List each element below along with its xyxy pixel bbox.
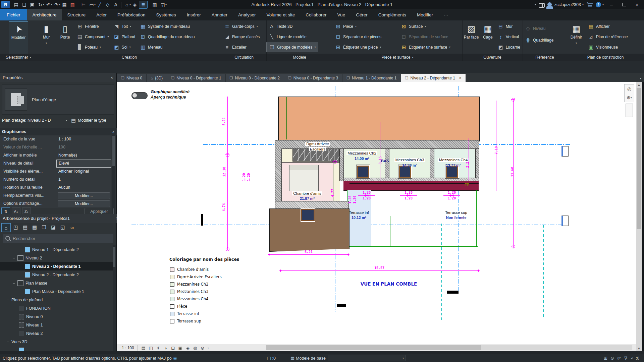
poteau-button[interactable]: ▊Poteau▾: [74, 42, 111, 52]
design-options-icon[interactable]: ▦: [289, 356, 296, 361]
legend-item[interactable]: Mezzanines Ch2: [170, 281, 222, 288]
tree-item[interactable]: FONDATION: [0, 304, 116, 312]
tree-item[interactable]: −Plan Masse: [0, 279, 116, 287]
dimension-text[interactable]: 6.21: [292, 250, 325, 254]
restore-button[interactable]: [619, 1, 629, 8]
viewbar-caret-icon[interactable]: ▾: [208, 347, 209, 350]
escalier-button[interactable]: ≡Escalier: [222, 42, 262, 52]
elevation-marker[interactable]: [561, 216, 569, 226]
property-row[interactable]: Afficher le modèleNormal(e): [0, 152, 111, 160]
save-icon[interactable]: ▣: [28, 1, 36, 8]
tab-annoter[interactable]: Annoter: [206, 9, 233, 20]
legend-item[interactable]: Terrasse inf: [170, 310, 222, 317]
fenetre-button[interactable]: ⊞Fenêtre: [74, 21, 111, 32]
tree-item[interactable]: −Vues 3D: [0, 338, 116, 346]
navigation-bar[interactable]: [626, 104, 633, 117]
properties-scrollbar[interactable]: [112, 135, 115, 216]
legend-title[interactable]: Coloriage par nom des pièces: [169, 257, 239, 262]
afficher-button[interactable]: ▤Afficher: [586, 21, 630, 32]
tree-item-selected[interactable]: Niveau 2 - Dépendante 1: [0, 262, 116, 270]
tree-item[interactable]: Niveau 2 - Dépendante 2: [0, 270, 116, 279]
accelerated-graphics-toggle[interactable]: [131, 92, 148, 99]
detail-level-icon[interactable]: ▤: [140, 346, 147, 351]
help-icon[interactable]: ?: [596, 2, 601, 7]
ouverture-mur-button[interactable]: ⊟Mur: [495, 21, 523, 32]
view-tab[interactable]: ❏Niveau 1 - Dépendante 1: [342, 74, 401, 82]
collapse-group-icon[interactable]: ∧: [112, 130, 114, 133]
view-tab[interactable]: ⌂{3D}: [147, 74, 167, 82]
browser-families-icon[interactable]: ◪: [49, 223, 58, 231]
skylight[interactable]: [301, 209, 315, 221]
browser-schedules-icon[interactable]: ▤: [21, 223, 30, 231]
room-tag[interactable]: Chambre d'amis: [284, 191, 331, 195]
window[interactable]: [446, 166, 458, 178]
mur-button[interactable]: ▮Mur▾: [37, 21, 56, 55]
exclude-options-icon[interactable]: ⊘: [609, 356, 616, 361]
view-tab[interactable]: ❏Niveau 0 - Dépendante 3: [284, 74, 342, 82]
browser-scrollbar[interactable]: [113, 245, 116, 354]
legend-item[interactable]: Pièce: [170, 303, 222, 310]
view-tab[interactable]: ❏Niveau 0 - Dépendante 1: [167, 74, 225, 82]
tab-structure[interactable]: Structure: [62, 9, 91, 20]
etiqueter-surface-button[interactable]: ⊞Etiqueter une surface▾: [398, 42, 453, 52]
tab-inserer[interactable]: Insérer: [181, 9, 206, 20]
property-row[interactable]: Remplacements visi...Modifier...: [0, 192, 111, 200]
room-tag[interactable]: Terrasse inf: [335, 210, 382, 215]
systeme-mur-rideau-button[interactable]: ▦Système de mur-rideau: [138, 21, 197, 32]
signed-in-user[interactable]: zcclapizo2303: [554, 2, 581, 7]
browser-legends-icon[interactable]: ▦: [30, 223, 39, 231]
texte-3d-button[interactable]: ATexte 3D: [266, 21, 318, 32]
browser-search-input[interactable]: Rechercher: [3, 234, 113, 243]
groupe-de-modeles-button[interactable]: ❏Groupe de modèles▾: [266, 42, 318, 52]
separateur-pieces-button[interactable]: ⊟Séparateur de pièces: [333, 32, 398, 42]
user-caret-icon[interactable]: ▾: [582, 3, 584, 6]
cage-button[interactable]: ▦Cage: [480, 21, 495, 55]
dimension-text[interactable]: 12.18: [222, 167, 226, 177]
editable-only-icon[interactable]: ⊞: [602, 356, 609, 361]
steering-wheel-icon[interactable]: ◎: [624, 84, 634, 94]
browser-links-icon[interactable]: ∞: [68, 223, 76, 231]
search-icon[interactable]: [539, 3, 545, 6]
transfer-standards-icon[interactable]: ▥: [68, 1, 76, 8]
dimension-text[interactable]: 1.20: [247, 173, 251, 181]
open-icon[interactable]: ❏: [20, 1, 28, 8]
close-inactive-views-icon[interactable]: ▥: [151, 1, 159, 8]
ribbon-more-icon[interactable]: ⋯: [438, 9, 454, 20]
tab-systemes[interactable]: Systèmes: [151, 9, 181, 20]
match-line[interactable]: [543, 225, 544, 319]
browser-groups-icon[interactable]: ◱: [58, 223, 67, 231]
press-drag-icon[interactable]: ⇄: [616, 356, 623, 361]
minimize-button[interactable]: –: [606, 1, 616, 8]
modify-button[interactable]: ➤ Modifier: [9, 21, 28, 55]
app-store-cart-icon[interactable]: [586, 2, 593, 7]
legend-item[interactable]: Chambre d'amis: [170, 266, 222, 273]
porte-button[interactable]: ▯Porte: [56, 21, 74, 55]
dimension-text[interactable]: 15.57: [363, 266, 396, 270]
section-mark[interactable]: [201, 214, 203, 226]
match-line[interactable]: [441, 224, 442, 321]
tab-collaborer[interactable]: Collaborer: [300, 9, 332, 20]
tab-acier[interactable]: Acier: [91, 9, 112, 20]
drawing-area[interactable]: Graphique accéléré Aperçu technique FP: [117, 82, 636, 344]
property-row[interactable]: Niveau de détailElevé: [0, 160, 111, 168]
room-tag[interactable]: Escaliers: [299, 147, 336, 151]
dimension-line[interactable]: [280, 270, 478, 271]
properties-close-icon[interactable]: ×: [110, 75, 113, 80]
worksets-icon[interactable]: ◫: [266, 356, 272, 361]
selectionner-panel-label[interactable]: Sélectionner▾: [0, 54, 37, 61]
visual-style-icon[interactable]: ◫: [147, 346, 155, 351]
sol-button[interactable]: ◩Sol▾: [111, 42, 138, 52]
visionneuse-button[interactable]: ▣Visionneuse: [586, 42, 630, 52]
piece-surface-panel-label[interactable]: Pièce et surface▾: [333, 54, 463, 61]
horizontal-scrollbar[interactable]: [266, 345, 632, 350]
browser-home-icon[interactable]: ⌂: [1, 223, 11, 232]
tab-list-caret-icon[interactable]: ▾: [640, 77, 644, 82]
property-row[interactable]: Numéro du détail1: [0, 176, 111, 184]
tree-item[interactable]: Niveau 0: [0, 312, 116, 321]
close-view-icon[interactable]: ×: [459, 76, 462, 80]
tree-item[interactable]: Niveau 1: [0, 321, 116, 329]
par-face-button[interactable]: ▨Par face: [462, 21, 480, 55]
browser-sheets-icon[interactable]: ❏: [40, 223, 48, 231]
section-icon[interactable]: ◈: [131, 1, 139, 8]
dimension-line[interactable]: [227, 97, 228, 250]
